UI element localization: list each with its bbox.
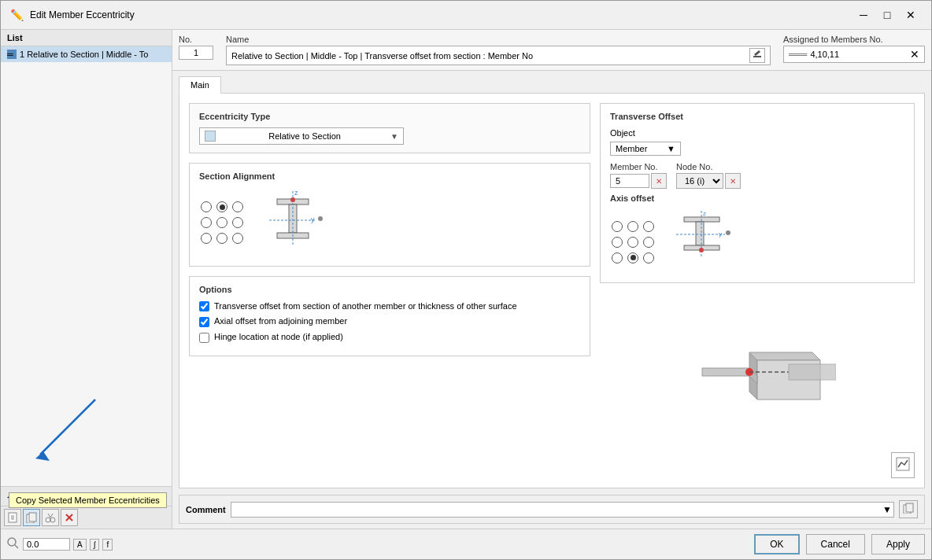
comment-dropdown-arrow: ▼ [882,504,892,515]
right-panel: No. 1 Name Relative to Section | Middle … [172,30,931,529]
ok-button[interactable]: OK [754,534,799,554]
list-item[interactable]: ═ 1 Relative to Section | Middle - To [1,46,172,62]
comment-input[interactable] [233,505,882,514]
bottom-nav2[interactable]: ∫ [90,539,100,551]
main-window: ✏️ Edit Member Eccentricity ─ □ ✕ List ═… [0,0,932,560]
object-dropdown-arrow: ▼ [667,144,675,153]
copy-button[interactable] [23,509,40,526]
cut-button[interactable] [42,509,59,526]
axis-radio-mc[interactable] [627,237,638,248]
assigned-value-box: ═══ 4,10,11 ✕ [783,46,925,63]
member-no-input[interactable]: 5 [610,174,649,188]
comment-copy-button[interactable] [899,500,918,518]
checkbox-axial-label: Axial offset from adjoining member [214,316,347,326]
bottom-bar: A ∫ f OK Cancel Apply [1,529,931,559]
search-icon-button[interactable] [7,537,20,552]
axis-offset-inner: z y [610,209,904,274]
radio-top-left[interactable] [201,201,212,212]
bottom-nav1[interactable]: A [73,539,87,551]
no-label: No. [179,35,213,44]
close-button[interactable]: ✕ [900,7,922,23]
axis-offset-section: Axis offset [610,193,904,274]
svg-point-33 [726,230,730,235]
member-no-input-row: 5 ✕ [610,173,667,189]
bottom-search-input[interactable] [27,540,58,549]
eccentricity-dropdown-arrow: ▼ [390,132,398,141]
svg-marker-41 [789,364,836,380]
right-visualization [600,293,915,443]
radio-bot-left[interactable] [201,233,212,244]
eccentricity-type-value: Relative to Section [268,131,341,141]
checkbox-hinge-label: Hinge location at node (if applied) [214,332,343,341]
svg-point-45 [8,538,16,546]
comment-section: Comment ▼ [179,495,925,524]
options-section: Options Transverse offset from section o… [189,276,590,356]
checkbox-transverse[interactable] [199,301,209,311]
bottom-nav3[interactable]: f [102,539,113,551]
radio-mid-left[interactable] [201,217,212,228]
cancel-button[interactable]: Cancel [806,534,865,554]
name-edit-button[interactable] [749,48,765,63]
axis-radio-ml[interactable] [612,237,623,248]
radio-top-right[interactable] [232,201,243,212]
options-label: Options [199,285,580,294]
node-no-label: Node No. [676,162,741,171]
svg-rect-14 [753,56,761,57]
left-panel: List ═ 1 Relative to Section | Middle - … [1,30,172,529]
edit-icon [753,50,762,59]
axis-radio-tr[interactable] [643,221,654,232]
axis-radio-tc[interactable] [627,221,638,232]
graph-icon [895,456,911,472]
checkbox-transverse-label: Transverse offset from section of anothe… [214,300,517,311]
delete-icon [64,512,75,523]
member-no-x-icon: ✕ [656,177,662,186]
svg-marker-15 [754,50,760,56]
svg-point-8 [46,518,50,522]
object-dropdown[interactable]: Member ▼ [610,142,681,156]
name-input[interactable]: Relative to Section | Middle - Top | Tra… [231,51,746,61]
info-row: No. 1 Name Relative to Section | Middle … [172,30,931,71]
object-row: Object Member ▼ [610,127,904,156]
svg-line-0 [40,400,95,455]
object-dropdown-row: Member ▼ [610,142,904,156]
delete-button[interactable] [61,509,78,526]
checkbox-axial[interactable] [199,317,209,327]
new-button[interactable] [4,509,21,526]
axis-radio-br[interactable] [643,252,654,263]
name-group: Name Relative to Section | Middle - Top … [226,35,771,65]
tab-main[interactable]: Main [179,76,221,94]
axis-radio-bl[interactable] [612,252,623,263]
node-no-select[interactable]: 16 (i) [676,173,723,189]
window-icon: ✏️ [10,9,24,21]
svg-marker-37 [702,368,749,376]
main-content: List ═ 1 Relative to Section | Middle - … [1,30,931,529]
arrow-svg [1,392,127,478]
radio-mid-center[interactable] [216,217,227,228]
graph-button[interactable] [891,452,915,478]
member-no-clear-button[interactable]: ✕ [651,173,667,189]
assigned-clear-button[interactable]: ✕ [910,48,919,61]
ibeam-svg: z y [257,187,328,258]
axis-radio-bc[interactable] [627,252,638,263]
left-content: Eccentricity Type Relative to Section ▼ … [189,103,590,478]
axis-offset-label: Axis offset [610,193,904,203]
minimize-button[interactable]: ─ [852,7,875,23]
apply-button[interactable]: Apply [871,534,925,554]
eccentricity-type-dropdown[interactable]: Relative to Section ▼ [199,127,404,145]
axis-radio-tl[interactable] [612,221,623,232]
checkbox-row-3: Hinge location at node (if applied) [199,332,580,343]
axis-radio-mr[interactable] [643,237,654,248]
radio-mid-right[interactable] [232,217,243,228]
axis-offset-diagram: z y [668,209,739,274]
node-no-group: Node No. 16 (i) ✕ [676,162,741,189]
alignment-inner: z y [199,187,580,258]
radio-top-center[interactable] [216,201,227,212]
checkbox-hinge[interactable] [199,333,209,343]
radio-bot-center[interactable] [216,233,227,244]
node-no-clear-button[interactable]: ✕ [725,173,741,189]
maximize-button[interactable]: □ [876,7,898,23]
assigned-label: Assigned to Members No. [783,35,925,44]
bottom-bar-left: A ∫ f [7,537,748,552]
radio-bot-right[interactable] [232,233,243,244]
search-icon [7,537,20,550]
